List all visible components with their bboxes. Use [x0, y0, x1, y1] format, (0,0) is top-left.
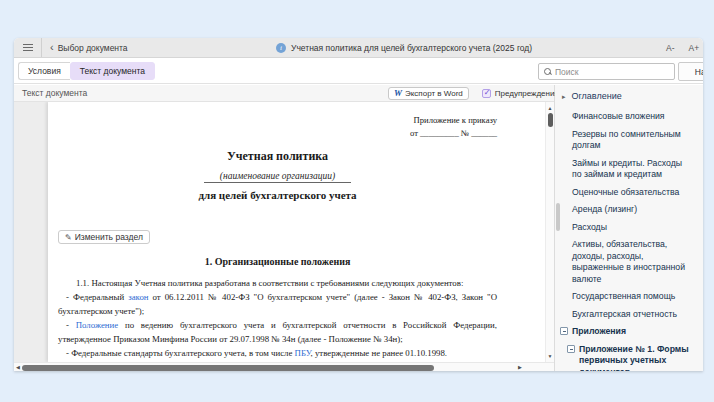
panel-title: Текст документа: [22, 88, 87, 98]
search-icon: [544, 68, 551, 75]
toc-item-label: Приложение № 1. Формы первичных учетных …: [579, 344, 691, 372]
edit-section-button[interactable]: Изменить раздел: [58, 230, 150, 244]
polozhenie-link[interactable]: Положение: [76, 320, 118, 330]
export-word-label: Экспорт в Word: [405, 89, 463, 98]
document-panel-header: Текст документа W Экспорт в Word Предупр…: [14, 85, 554, 102]
back-label: Выбор документа: [58, 43, 128, 53]
toc-item[interactable]: Займы и кредиты. Расходы по займам и кре…: [555, 158, 703, 181]
document-panel: Текст документа W Экспорт в Word Предупр…: [14, 85, 555, 371]
annex-line-1: Приложение к приказу: [58, 114, 497, 127]
toc-item-label: Бухгалтерская отчетность: [572, 309, 677, 321]
toc-item-label: Расходы: [572, 222, 607, 234]
toc-item[interactable]: Приложения: [555, 326, 703, 338]
warnings-checkbox[interactable]: Предупреждения: [482, 89, 559, 98]
paragraph-polozhenie: - Положение по ведению бухгалтерского уч…: [58, 318, 497, 346]
toc-item-label: Приложения: [572, 326, 626, 338]
toc-item[interactable]: Аренда (лизинг): [555, 204, 703, 216]
document-viewport: Приложение к приказу от _________ № ____…: [14, 102, 554, 362]
document-subheading: для целей бухгалтерского учета: [58, 189, 497, 201]
toc-item[interactable]: Активы, обязательства, доходы, расходы, …: [555, 239, 703, 285]
desktop-background: Выбор документа i Учетная политика для ц…: [0, 0, 714, 402]
scroll-left-icon[interactable]: [16, 364, 20, 370]
collapse-minus-icon[interactable]: [567, 345, 575, 353]
top-bar: Выбор документа i Учетная политика для ц…: [14, 38, 703, 58]
checkbox-checked-icon[interactable]: [482, 89, 491, 98]
sidebar-scroll-thumb[interactable]: [556, 203, 560, 231]
warnings-label: Предупреждения: [495, 89, 559, 98]
font-increase-button[interactable]: A+: [689, 43, 700, 53]
paragraph-law: - Федеральный закон от 06.12.2011 № 402-…: [58, 290, 497, 318]
organization-name-placeholder: (наименование организации): [58, 171, 497, 181]
export-word-button[interactable]: W Экспорт в Word: [388, 87, 469, 100]
section-1-heading: 1. Организационные положения: [58, 256, 497, 267]
font-size-controls: A- A+: [666, 38, 699, 57]
collapse-minus-icon[interactable]: [560, 327, 568, 335]
toolbar: Условия Текст документа Найти: [14, 58, 703, 84]
back-to-document-select[interactable]: Выбор документа: [50, 43, 128, 53]
toc-header-label: Оглавление: [572, 91, 622, 101]
scroll-up-icon[interactable]: [546, 105, 554, 111]
toc-item[interactable]: Бухгалтерская отчетность: [555, 309, 703, 321]
law-link[interactable]: закон: [128, 292, 148, 302]
pbu-link[interactable]: ПБУ: [295, 348, 311, 358]
horizontal-scrollbar[interactable]: [14, 362, 554, 371]
page-title: Учетная политика для целей бухгалтерског…: [291, 43, 532, 53]
toc-item[interactable]: Резервы по сомнительным долгам: [555, 129, 703, 152]
vertical-scrollbar[interactable]: [545, 102, 554, 362]
document-title-bar: i Учетная политика для целей бухгалтерск…: [276, 38, 532, 57]
annex-note: Приложение к приказу от _________ № ____…: [58, 114, 497, 140]
toc-item[interactable]: Приложение № 1. Формы первичных учетных …: [555, 344, 703, 372]
toc-item-label: Аренда (лизинг): [572, 204, 637, 216]
document-page: Приложение к приказу от _________ № ____…: [48, 102, 545, 362]
toc-item[interactable]: Государственная помощь: [555, 291, 703, 303]
chevron-left-icon: [50, 43, 54, 53]
scroll-down-icon[interactable]: [546, 353, 554, 359]
toc-sidebar: Оглавление Финансовые вложенияРезервы по…: [555, 85, 703, 371]
search-box: [538, 63, 675, 80]
word-icon: W: [394, 88, 402, 98]
find-button[interactable]: Найти: [678, 62, 703, 81]
info-icon[interactable]: i: [276, 43, 286, 53]
pencil-icon: [65, 232, 72, 242]
annex-line-2: от _________ № ______: [58, 127, 497, 140]
tab-conditions[interactable]: Условия: [18, 62, 70, 80]
paragraph-standards: - Федеральные стандарты бухгалтерского у…: [58, 346, 497, 360]
horizontal-scroll-thumb[interactable]: [22, 365, 434, 371]
app-window: Выбор документа i Учетная политика для ц…: [14, 38, 703, 371]
toc-item-label: Активы, обязательства, доходы, расходы, …: [572, 239, 691, 285]
chevron-right-icon: [562, 91, 566, 101]
search-group: Найти: [538, 62, 703, 81]
paragraph-1-1: 1.1. Настоящая Учетная политика разработ…: [58, 276, 497, 290]
toc-item[interactable]: Расходы: [555, 222, 703, 234]
toc-item[interactable]: Финансовые вложения: [555, 111, 703, 123]
toc-item-label: Займы и кредиты. Расходы по займам и кре…: [572, 158, 691, 181]
view-tabs: Условия Текст документа: [18, 62, 155, 80]
content-area: Текст документа W Экспорт в Word Предупр…: [14, 85, 703, 371]
toc-item-label: Государственная помощь: [572, 291, 675, 303]
toc-item[interactable]: Оценочные обязательства: [555, 187, 703, 199]
panel-tools: W Экспорт в Word Предупреждения: [388, 87, 559, 100]
tab-document-text[interactable]: Текст документа: [70, 62, 155, 80]
scroll-right-icon[interactable]: [518, 364, 522, 370]
menu-icon[interactable]: [14, 38, 42, 57]
toc-item-label: Оценочные обязательства: [572, 187, 679, 199]
toc-item-label: Финансовые вложения: [572, 111, 665, 123]
edit-section-row: Изменить раздел: [58, 226, 497, 244]
toc-header[interactable]: Оглавление: [555, 91, 703, 101]
toc-list: Финансовые вложенияРезервы по сомнительн…: [555, 111, 703, 371]
search-input[interactable]: [555, 67, 669, 77]
toc-item-label: Резервы по сомнительным долгам: [572, 129, 691, 152]
font-decrease-button[interactable]: A-: [666, 43, 675, 53]
document-heading: Учетная политика: [58, 149, 497, 164]
vertical-scroll-thumb[interactable]: [548, 113, 553, 127]
